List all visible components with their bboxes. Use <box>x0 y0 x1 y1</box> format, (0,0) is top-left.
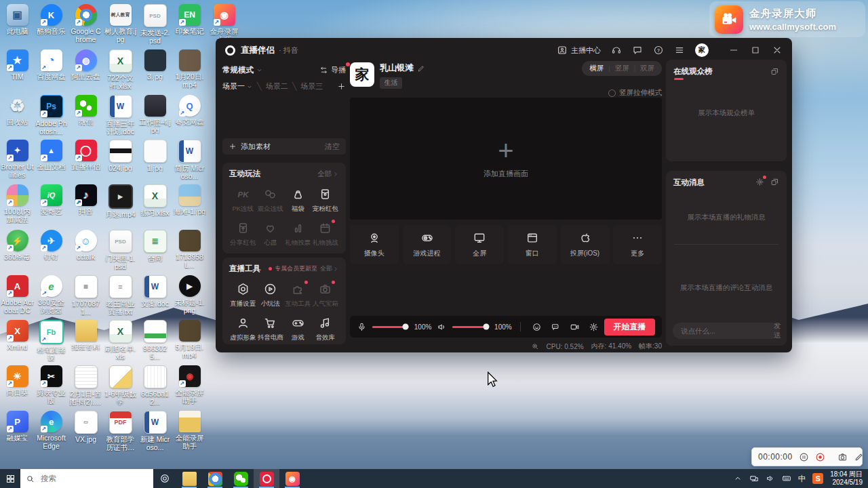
comment-input[interactable] <box>679 326 774 336</box>
source-更多[interactable]: 更多 <box>613 225 662 264</box>
feature-宠粉红包[interactable]: 宠粉红包 <box>312 187 340 214</box>
taskbar-app-wechat[interactable] <box>228 469 254 488</box>
desktop-icon-excel[interactable]: X722个文件.xlsx <box>104 49 137 90</box>
mic-icon[interactable] <box>357 322 367 332</box>
voice-danmaku-icon[interactable] <box>551 322 561 332</box>
room-category-tag[interactable]: 生活 <box>380 77 402 89</box>
desktop-icon-img-dark[interactable]: 3.jpg <box>138 49 172 81</box>
taskbar-app-chrome[interactable] <box>202 469 228 488</box>
messages-settings-icon[interactable] <box>755 178 764 186</box>
desktop-icon-evernote[interactable]: EN印象笔记 <box>173 4 206 35</box>
cortana-button[interactable] <box>153 469 176 488</box>
director-button[interactable]: 导播 <box>319 65 346 75</box>
desktop-icon-photoshop[interactable]: PsAdobe Photosh... <box>35 95 68 136</box>
live-preview-area[interactable]: + 添加直播画面 <box>350 98 662 220</box>
beauty-face-icon[interactable] <box>532 322 542 332</box>
desktop-icon-img-phone[interactable]: 工作照-4.jpg <box>138 95 172 134</box>
mic-volume-slider[interactable] <box>372 326 409 328</box>
maximize-button[interactable] <box>750 45 761 56</box>
desktop-icon-ali-pan[interactable]: ◍阿里云盘 <box>69 49 102 81</box>
desktop-icon-beach[interactable]: 海滩-1.jpg <box>173 184 206 216</box>
send-button[interactable]: 发送 <box>774 321 781 340</box>
orientation-双屏[interactable]: 双屏 <box>640 64 654 73</box>
desktop-icon-sunflower[interactable]: ☀向日葵 <box>1 365 34 396</box>
source-全屏[interactable]: 全屏 <box>455 225 504 264</box>
desktop-icon-img-calc[interactable]: 2月1日-首图卡(2).png <box>69 365 102 406</box>
desktop-icon-word[interactable]: W简历 Microso... <box>173 140 206 180</box>
taskbar-app-live-companion[interactable] <box>254 469 279 488</box>
feature-游戏[interactable]: 游戏 <box>284 316 312 342</box>
popout-icon[interactable] <box>770 178 779 186</box>
desktop-icon-xmind[interactable]: XXmind <box>1 320 34 351</box>
pause-button[interactable] <box>799 452 809 462</box>
feature-小玩法[interactable]: 小玩法 <box>257 282 285 308</box>
scene-tab-3[interactable]: 场景三 <box>300 81 323 92</box>
mode-selector[interactable]: 常规模式 <box>222 65 263 75</box>
feature-互动工具[interactable]: 互动工具 <box>284 282 312 308</box>
source-投屏(iOS)[interactable]: 投屏(iOS) <box>561 225 610 264</box>
desktop-icon-recycle-bin[interactable]: ♻回收站 <box>1 95 34 126</box>
scene-tab-2[interactable]: 场景二 <box>266 81 288 92</box>
desktop-icon-excel[interactable]: X练习.xlsx <box>138 184 172 217</box>
feature-人气宝箱[interactable]: 人气宝箱 <box>312 282 340 308</box>
desktop-icon-rongmeibao[interactable]: P融媒宝 <box>1 411 34 442</box>
clear-button[interactable]: 清空 <box>325 142 340 152</box>
annotate-button[interactable] <box>854 452 864 462</box>
ime-indicator[interactable]: 中 <box>798 474 806 484</box>
add-material-bar[interactable]: 添加素材 清空 <box>222 138 346 155</box>
scene-tab-1[interactable]: 场景一 <box>222 81 253 92</box>
desktop-icon-file-psd[interactable]: PSD未发送-2.psd <box>138 4 172 45</box>
desktop-icon-iqiyi[interactable]: iQ爱奇艺 <box>35 184 68 216</box>
desktop-icon-img-card[interactable]: 树人教育树人教育.jpg <box>104 4 137 43</box>
desktop-icon-kugou[interactable]: K酷狗音乐 <box>35 4 68 35</box>
desktop-icon-pdf[interactable]: PDF教育部学历证书电子注册... <box>104 411 137 451</box>
feature-心愿[interactable]: 心愿 <box>257 221 285 247</box>
desktop-icon-folder[interactable]: 报班资料 <box>69 320 102 351</box>
desktop-icon-img-vx[interactable]: ▭VX.jpg <box>69 411 102 443</box>
headset-icon[interactable] <box>611 45 622 56</box>
desktop-icon-tim[interactable]: ★TIM <box>1 49 34 81</box>
source-游戏进程[interactable]: 游戏进程 <box>403 225 452 264</box>
desktop-icon-live-companion[interactable]: ◯直播伴侣 <box>69 140 102 171</box>
desktop-icon-word[interactable]: W直播三年计划.doc <box>104 95 137 136</box>
anchor-center-button[interactable]: 主播中心 <box>557 45 601 56</box>
desktop-icon-excel[interactable]: X刷图名单.xls <box>104 320 137 361</box>
desktop-icon-cctalk[interactable]: ☺cctalk <box>69 230 102 261</box>
desktop-icon-chrome[interactable]: Google Chrome <box>69 4 102 43</box>
sogou-ime-icon[interactable]: S <box>812 473 823 484</box>
feedback-chat-icon[interactable] <box>632 45 643 56</box>
orientation-竖屏[interactable]: 竖屏 <box>615 64 629 73</box>
desktop-icon-rec-black[interactable]: ◉全能录屏助手 <box>173 365 206 405</box>
touch-keyboard-icon[interactable] <box>782 474 791 483</box>
desktop-icon-dingtalk[interactable]: ✈钉钉 <box>35 230 68 261</box>
desktop-icon-img-bar[interactable]: 024.jpg <box>104 140 137 172</box>
start-live-button[interactable]: 开始直播 <box>604 319 655 336</box>
desktop-icon-file-psd[interactable]: PSD门头照-1.psd <box>104 230 137 270</box>
taskbar-app-jinzhou-recorder[interactable]: ◉ <box>279 469 305 488</box>
desktop-icon-img-darktan[interactable]: 1713958L... <box>173 230 206 269</box>
add-scene-button[interactable] <box>337 82 346 91</box>
source-窗口[interactable]: 窗口 <box>508 225 557 264</box>
desktop-icon-docs-blue[interactable]: ▲金山文档 <box>35 140 68 171</box>
desktop-icon-file-grid[interactable]: 6d56ba12... <box>138 365 172 406</box>
feature-虚拟形象[interactable]: 虚拟形象 <box>229 316 257 342</box>
desktop-icon-capcut[interactable]: ✂剪映专业版 <box>35 365 68 405</box>
orientation-横屏[interactable]: 横屏 <box>589 64 604 73</box>
desktop-icon-brother[interactable]: ✦Brother Utilities <box>1 140 34 179</box>
desktop-icon-acrobat[interactable]: AAdobe Acrobat DC <box>1 275 34 314</box>
desktop-icon-video-tan[interactable]: 1月20日.mp4 <box>173 49 206 89</box>
desktop-icon-film[interactable]: ▶月达.mp4 <box>104 184 137 218</box>
desktop-icon-flower[interactable]: 100以内加减法 <box>1 184 34 224</box>
feature-福袋[interactable]: 福袋 <box>284 187 312 214</box>
speaker-volume-slider[interactable] <box>452 326 489 328</box>
taskbar-search[interactable] <box>20 469 153 488</box>
speaker-icon[interactable] <box>437 322 447 332</box>
feature-PK连线[interactable]: PKPK连线 <box>229 187 257 214</box>
tools-all-button[interactable]: 全部 <box>320 264 339 273</box>
help-icon[interactable]: ? <box>653 45 664 56</box>
feature-抖音电商[interactable]: 抖音电商 <box>257 316 285 342</box>
desktop-icon-img-darktan[interactable]: 5月19日.mp4 <box>173 320 206 359</box>
snapshot-button[interactable] <box>837 452 848 462</box>
desktop-icon-edge[interactable]: eMicrosoft Edge <box>35 411 68 450</box>
clock[interactable]: 18:04 周日 2024/5/19 <box>830 470 863 487</box>
